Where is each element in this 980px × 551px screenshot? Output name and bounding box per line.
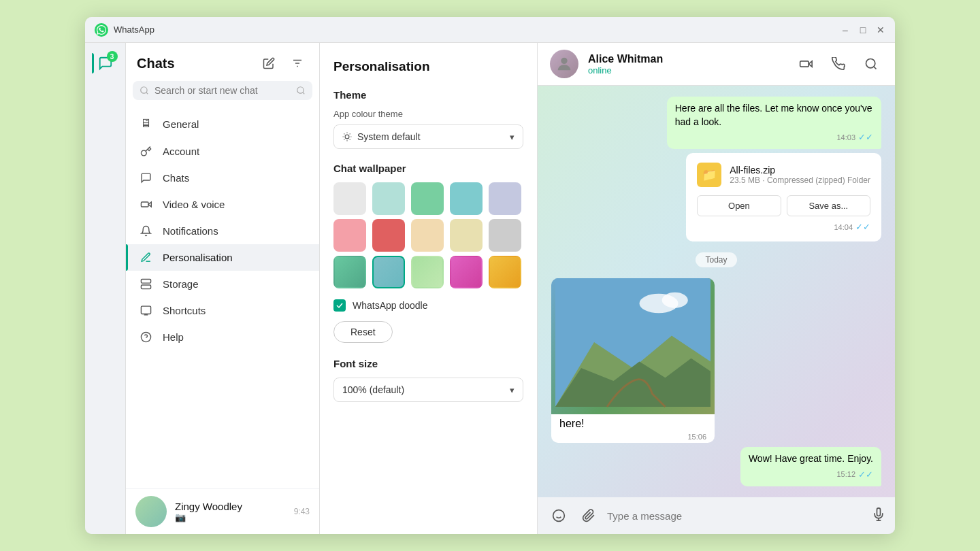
search-chat-button[interactable] (860, 52, 883, 76)
minimize-button[interactable]: – (840, 25, 850, 35)
svg-point-3 (141, 87, 147, 93)
mic-button[interactable] (872, 507, 885, 524)
svg-point-37 (553, 510, 565, 522)
swatch-w9[interactable] (450, 219, 483, 252)
sidebar-item-storage[interactable]: Storage (126, 271, 319, 297)
message-input[interactable] (607, 510, 865, 522)
emoji-icon (552, 509, 566, 522)
theme-dropdown[interactable]: System default ▾ (333, 124, 523, 149)
search-bar[interactable] (133, 81, 312, 100)
svg-line-31 (874, 67, 877, 69)
photo-message: here! 15:06 (551, 278, 715, 443)
shortcuts-icon (138, 305, 153, 316)
file-details: All-files.zip 23.5 MB · Compressed (zipp… (730, 165, 870, 185)
svg-rect-7 (141, 202, 148, 207)
attach-button[interactable] (577, 504, 600, 527)
swatch-w13[interactable] (411, 256, 444, 288)
video-call-button[interactable] (794, 52, 817, 76)
swatch-w3[interactable] (411, 182, 444, 215)
settings-nav: 🖥 General Account (126, 107, 319, 488)
final-msg-ticks: ✓✓ (858, 469, 873, 481)
swatch-w2[interactable] (372, 182, 405, 215)
chat-contact-name: Alice Whitman (588, 53, 785, 65)
app-logo (95, 23, 108, 37)
help-icon (138, 331, 153, 343)
file-meta: 14:04 ✓✓ (697, 222, 870, 232)
date-label: Today (696, 252, 736, 267)
compose-button[interactable] (258, 52, 280, 74)
photo-placeholder[interactable] (551, 278, 715, 414)
wallpaper-grid (333, 182, 523, 288)
sidebar-item-notifications[interactable]: Notifications (126, 218, 319, 244)
contact-name: Zingy Woodley (175, 501, 286, 512)
panel-title: Personalisation (333, 59, 523, 74)
file-size: 23.5 MB · Compressed (zipped) Folder (730, 176, 870, 185)
theme-section-label: Theme (333, 89, 523, 101)
search-input[interactable] (154, 85, 291, 96)
swatch-w7[interactable] (372, 219, 405, 252)
app-window: WhatsApp – □ ✕ 3 Chats (85, 17, 895, 534)
message-sent-text: Here are all the files. Let me know once… (667, 97, 881, 149)
doodle-label: WhatsApp doodle (353, 300, 428, 311)
swatch-w1[interactable] (333, 182, 366, 215)
nav-label-chats: Chats (163, 172, 189, 184)
svg-point-5 (297, 87, 304, 93)
chats-rail-icon[interactable]: 3 (92, 50, 119, 77)
chat-header-actions (794, 52, 883, 76)
msg-meta: 14:03 ✓✓ (675, 131, 873, 144)
swatch-w8[interactable] (411, 219, 444, 252)
mic-icon (872, 507, 885, 521)
search-icon (296, 86, 306, 95)
swatch-w11[interactable] (333, 256, 366, 288)
swatch-w12[interactable] (372, 256, 405, 288)
svg-point-27 (561, 58, 567, 64)
theme-icon (342, 132, 352, 141)
window-controls: – □ ✕ (840, 25, 885, 35)
sidebar-item-shortcuts[interactable]: Shortcuts (126, 297, 319, 324)
theme-value: System default (357, 131, 421, 142)
file-name: All-files.zip (730, 165, 870, 176)
swatch-w10[interactable] (489, 219, 521, 252)
voice-call-button[interactable] (827, 52, 850, 76)
font-size-dropdown[interactable]: 100% (default) ▾ (333, 378, 523, 402)
contact-item-zingy[interactable]: Zingy Woodley 📷 9:43 (126, 488, 319, 534)
search-bar-icon (140, 86, 149, 95)
avatar-icon (555, 54, 574, 73)
theme-chevron: ▾ (510, 132, 514, 142)
svg-line-25 (344, 139, 344, 140)
svg-line-6 (303, 93, 305, 95)
open-button[interactable]: Open (697, 195, 781, 216)
notifications-icon (138, 225, 153, 237)
swatch-w15[interactable] (489, 256, 521, 288)
swatch-w14[interactable] (450, 256, 483, 288)
nav-label-help: Help (163, 331, 184, 343)
sidebar-item-account[interactable]: Account (126, 138, 319, 165)
search-chat-icon (864, 57, 878, 71)
nav-label-notifications: Notifications (163, 225, 218, 237)
close-button[interactable]: ✕ (876, 25, 885, 35)
final-msg-time: 15:12 (836, 469, 855, 480)
maximize-button[interactable]: □ (858, 25, 868, 35)
emoji-button[interactable] (547, 504, 570, 527)
swatch-w4[interactable] (450, 182, 483, 215)
svg-rect-13 (141, 306, 150, 314)
font-size-value: 100% (default) (342, 384, 404, 395)
sidebar-item-video[interactable]: Video & voice (126, 191, 319, 218)
swatch-w6[interactable] (333, 219, 366, 252)
storage-icon (138, 278, 153, 290)
filter-button[interactable] (287, 52, 308, 74)
sidebar-item-help[interactable]: Help (126, 324, 319, 350)
nav-label-storage: Storage (163, 278, 199, 290)
save-as-button[interactable]: Save as... (787, 195, 870, 216)
contact-avatar (135, 496, 167, 527)
doodle-checkbox[interactable] (333, 299, 346, 312)
sidebar-item-general[interactable]: 🖥 General (126, 110, 319, 138)
contact-info: Zingy Woodley 📷 (175, 501, 286, 522)
reset-button[interactable]: Reset (333, 321, 393, 343)
swatch-w5[interactable] (489, 182, 521, 215)
title-bar: WhatsApp – □ ✕ (85, 17, 895, 43)
sidebar-item-chats[interactable]: Chats (126, 165, 319, 191)
sidebar-item-personalisation[interactable]: Personalisation (126, 244, 319, 271)
sidebar-header: Chats (126, 43, 319, 81)
contact-time: 9:43 (294, 507, 310, 516)
